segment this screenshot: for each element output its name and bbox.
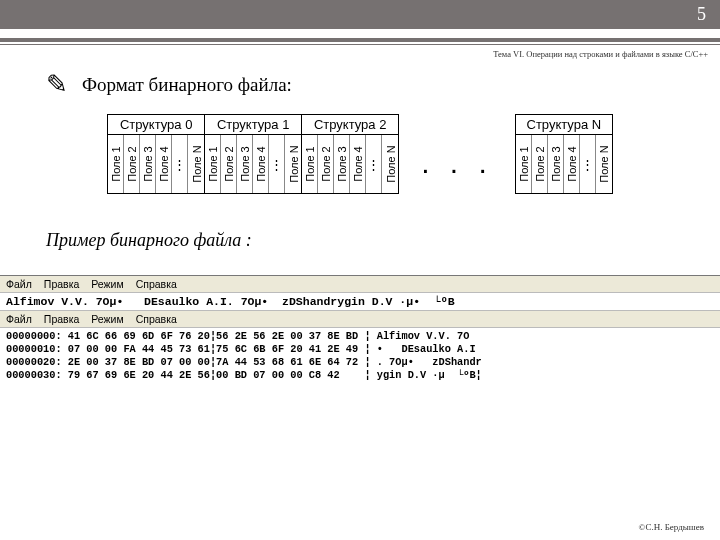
hex-row: 00000000: 41 6C 66 69 6D 6F 76 20¦56 2E … [6,330,714,343]
menu-file[interactable]: Файл [6,313,32,325]
field-label: Поле 2 [223,146,235,182]
menu-file[interactable]: Файл [6,278,32,290]
hex-row: 00000010: 07 00 00 FA 44 45 73 61¦75 6C … [6,343,714,356]
hex-editor-screenshot: Файл Правка Режим Справка Alfimov V.V. 7… [0,275,720,383]
field-label: Поле 1 [517,146,529,182]
pencil-icon: ✎ [46,69,68,100]
structure-diagram: Структура 0 Поле 1 Поле 2 Поле 3 Поле 4 … [0,114,720,194]
menu-mode[interactable]: Режим [91,313,123,325]
copyright: ©С.Н. Бердышев [639,522,704,532]
page-number: 5 [697,4,706,25]
field-label: Поле 1 [207,146,219,182]
menu-bar: Файл Правка Режим Справка [0,276,720,293]
field-dots: ⋮ [367,158,380,171]
header-divider [0,38,720,42]
title-row: ✎ Формат бинарного файла: [0,59,720,114]
structure-1: Структура 1 Поле 1 Поле 2 Поле 3 Поле 4 … [205,114,302,194]
structure-header: Структура N [516,115,612,135]
field-label: Поле 1 [304,146,316,182]
field-label: Поле 3 [142,146,154,182]
field-label: Поле 2 [533,146,545,182]
ellipsis: . . . [399,146,515,180]
menu-edit[interactable]: Правка [44,278,79,290]
structure-header: Структура 0 [108,115,204,135]
structure-header: Структура 2 [302,115,398,135]
subtitle: Пример бинарного файла : [0,194,720,251]
field-label: Поле 3 [239,146,251,182]
field-label: Поле N [190,145,202,182]
text-preview-line: Alfimov V.V. 7Oµ• DEsaulko A.I. 7Oµ• zDS… [0,293,720,311]
field-dots: ⋮ [270,158,283,171]
field-label: Поле 4 [158,146,170,182]
menu-mode[interactable]: Режим [91,278,123,290]
menu-edit[interactable]: Правка [44,313,79,325]
field-label: Поле 4 [255,146,267,182]
field-label: Поле 2 [320,146,332,182]
structure-n: Структура N Поле 1 Поле 2 Поле 3 Поле 4 … [515,114,613,194]
field-label: Поле N [384,145,396,182]
hex-row: 00000030: 79 67 69 6E 20 44 2E 56¦00 BD … [6,369,714,382]
field-label: Поле 4 [565,146,577,182]
structure-header: Структура 1 [205,115,301,135]
field-dots: ⋮ [581,158,594,171]
field-label: Поле 3 [336,146,348,182]
menu-help[interactable]: Справка [136,278,177,290]
menu-help[interactable]: Справка [136,313,177,325]
page-title: Формат бинарного файла: [82,74,292,96]
field-dots: ⋮ [173,158,186,171]
field-label: Поле 2 [126,146,138,182]
field-label: Поле 3 [549,146,561,182]
hex-dump: 00000000: 41 6C 66 69 6D 6F 76 20¦56 2E … [0,328,720,383]
slide-header: 5 [0,0,720,30]
topic-label: Тема VI. Операции над строками и файлами… [0,45,720,59]
structure-2: Структура 2 Поле 1 Поле 2 Поле 3 Поле 4 … [302,114,399,194]
menu-bar-lower: Файл Правка Режим Справка [0,311,720,328]
structure-0: Структура 0 Поле 1 Поле 2 Поле 3 Поле 4 … [107,114,205,194]
field-label: Поле N [598,145,610,182]
hex-row: 00000020: 2E 00 37 8E BD 07 00 00¦7A 44 … [6,356,714,369]
field-label: Поле 4 [352,146,364,182]
field-label: Поле 1 [110,146,122,182]
field-label: Поле N [287,145,299,182]
